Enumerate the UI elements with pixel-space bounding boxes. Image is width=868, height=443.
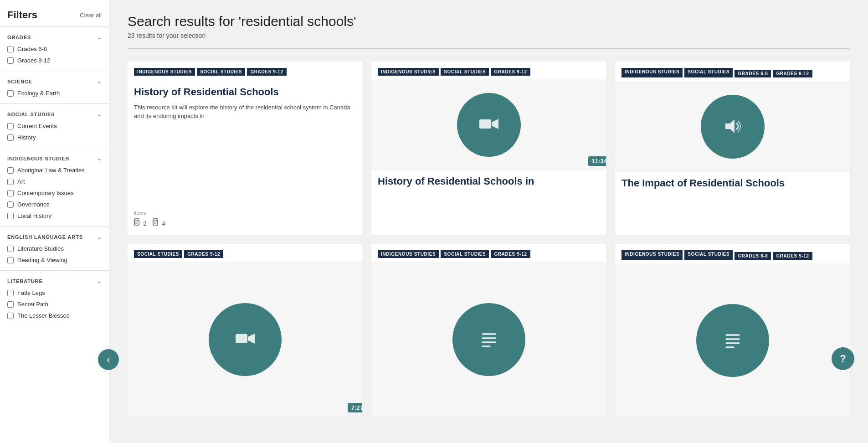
- results-grid: INDIGENOUS STUDIES SOCIAL STUDIES GRADES…: [128, 62, 850, 417]
- science-section-header[interactable]: SCIENCE ⌄: [7, 76, 102, 88]
- current-events-label[interactable]: Current Events: [17, 123, 57, 129]
- help-question-icon: ?: [840, 353, 846, 365]
- secret-path-checkbox[interactable]: [7, 301, 14, 308]
- filter-item-art: Art: [7, 176, 102, 187]
- social-studies-section-header[interactable]: SOCIAL STUDIES ⌄: [7, 108, 102, 120]
- reading-viewing-checkbox[interactable]: [7, 257, 14, 263]
- card-2-duration: 11:34: [588, 156, 606, 166]
- card-1-stat-1: 2: [134, 218, 146, 228]
- governance-label[interactable]: Governance: [17, 201, 50, 208]
- card-3-tag-social: SOCIAL STUDIES: [684, 68, 733, 77]
- clear-all-link[interactable]: Clear all: [80, 12, 102, 19]
- english-language-arts-chevron-icon: ⌄: [97, 234, 102, 240]
- card-history-residential-schools-video[interactable]: INDIGENOUS STUDIES SOCIAL STUDIES GRADES…: [371, 62, 606, 235]
- filter-item-lesser-blessed: The Lesser Blessed: [7, 310, 102, 321]
- back-arrow-icon: ‹: [107, 354, 110, 365]
- science-label: SCIENCE: [7, 79, 32, 84]
- card-2-tag-indigenous: INDIGENOUS STUDIES: [378, 68, 439, 76]
- filter-section-grades: GRADES ⌄ Grades 6-8 Grades 9-12: [0, 26, 109, 71]
- card-5-tag-indigenous: INDIGENOUS STUDIES: [378, 250, 439, 258]
- filter-item-grades-9-12: Grades 9-12: [7, 55, 102, 66]
- card-3-media: [615, 81, 850, 172]
- card-4-media-circle: [209, 303, 282, 376]
- card-impact-residential-schools[interactable]: INDIGENOUS STUDIES SOCIAL STUDIES GRADES…: [615, 62, 850, 235]
- science-chevron-icon: ⌄: [97, 78, 102, 85]
- grades-label: GRADES: [7, 35, 31, 40]
- card-5[interactable]: INDIGENOUS STUDIES SOCIAL STUDIES GRADES…: [371, 244, 606, 417]
- card-3-tag-indigenous: INDIGENOUS STUDIES: [621, 68, 683, 77]
- search-heading: Search results for 'residential schools': [128, 14, 850, 29]
- grades-9-12-checkbox[interactable]: [7, 57, 14, 64]
- current-events-checkbox[interactable]: [7, 123, 14, 129]
- social-studies-chevron-icon: ⌄: [97, 111, 102, 118]
- tag-indigenous-studies: INDIGENOUS STUDIES: [134, 68, 195, 76]
- card-5-tags: INDIGENOUS STUDIES SOCIAL STUDIES GRADES…: [371, 244, 606, 262]
- reading-viewing-label[interactable]: Reading & Viewing: [17, 257, 67, 263]
- grades-9-12-label[interactable]: Grades 9-12: [17, 57, 50, 64]
- help-button[interactable]: ?: [832, 347, 854, 370]
- card-history-residential-schools[interactable]: INDIGENOUS STUDIES SOCIAL STUDIES GRADES…: [128, 62, 362, 235]
- card-4-tag-social: SOCIAL STUDIES: [134, 250, 182, 258]
- filter-section-social-studies: SOCIAL STUDIES ⌄ Current Events History: [0, 103, 109, 148]
- aboriginal-law-label[interactable]: Aboriginal Law & Treaties: [17, 167, 84, 174]
- card-1-body: History of Residential Schools This reso…: [128, 79, 362, 235]
- history-checkbox[interactable]: [7, 134, 14, 141]
- results-count: 23 results for your selection: [128, 32, 850, 39]
- secret-path-label[interactable]: Secret Path: [17, 301, 48, 308]
- indigenous-studies-section-header[interactable]: INDIGENOUS STUDIES ⌄: [7, 153, 102, 165]
- filter-item-local-history: Local History: [7, 210, 102, 222]
- card-6[interactable]: INDIGENOUS STUDIES SOCIAL STUDIES GRADES…: [615, 244, 850, 417]
- filter-item-governance: Governance: [7, 199, 102, 210]
- local-history-label[interactable]: Local History: [17, 212, 51, 219]
- grades-6-8-checkbox[interactable]: [7, 46, 14, 52]
- svg-marker-4: [725, 119, 734, 133]
- indigenous-studies-chevron-icon: ⌄: [97, 155, 102, 162]
- card-6-tags: INDIGENOUS STUDIES SOCIAL STUDIES GRADES…: [615, 244, 850, 263]
- art-label[interactable]: Art: [17, 178, 25, 185]
- history-label[interactable]: History: [17, 134, 36, 141]
- fatty-legs-label[interactable]: Fatty Legs: [17, 289, 45, 296]
- literature-studies-label[interactable]: Literature Studies: [17, 245, 64, 252]
- grades-6-8-label[interactable]: Grades 6-8: [17, 46, 47, 52]
- contemporary-issues-label[interactable]: Contemporary Issues: [17, 190, 74, 196]
- filter-section-indigenous-studies: INDIGENOUS STUDIES ⌄ Aboriginal Law & Tr…: [0, 148, 109, 226]
- card-4[interactable]: SOCIAL STUDIES GRADES 9-12 7:27: [128, 244, 362, 417]
- ecology-earth-label[interactable]: Ecology & Earth: [17, 90, 60, 97]
- card-3-title: The Impact of Residential Schools: [621, 177, 843, 190]
- contemporary-issues-checkbox[interactable]: [7, 190, 14, 196]
- back-button[interactable]: ‹: [98, 349, 119, 370]
- filter-item-reading-viewing: Reading & Viewing: [7, 254, 102, 266]
- video-camera-icon: [479, 118, 499, 132]
- filter-section-science: SCIENCE ⌄ Ecology & Earth: [0, 71, 109, 103]
- card-3-tag-grade-9-12: GRADES 9-12: [773, 70, 812, 77]
- lesser-blessed-checkbox[interactable]: [7, 313, 14, 319]
- card-1-tags: INDIGENOUS STUDIES SOCIAL STUDIES GRADES…: [128, 62, 362, 79]
- filter-item-contemporary-issues: Contemporary Issues: [7, 187, 102, 199]
- literature-section-header[interactable]: LITERATURE ⌄: [7, 275, 102, 287]
- local-history-checkbox[interactable]: [7, 213, 14, 219]
- card-3-body: The Impact of Residential Schools: [615, 172, 850, 235]
- social-studies-label: SOCIAL STUDIES: [7, 112, 55, 117]
- svg-marker-3: [492, 119, 498, 129]
- literature-chevron-icon: ⌄: [97, 278, 102, 284]
- card-1-doc2-icon: [153, 218, 160, 228]
- card-1-stats: 2 4: [134, 218, 356, 228]
- card-5-media: [371, 262, 606, 417]
- document-lines-icon: [479, 330, 499, 349]
- grades-section-header[interactable]: GRADES ⌄: [7, 31, 102, 43]
- card-6-tag-grade-6-8: GRADES 6-8: [734, 252, 771, 260]
- svg-marker-6: [248, 334, 255, 344]
- card-6-media-circle: [696, 304, 769, 377]
- english-language-arts-section-header[interactable]: ENGLISH LANGUAGE ARTS ⌄: [7, 231, 102, 243]
- literature-studies-checkbox[interactable]: [7, 246, 14, 252]
- ecology-earth-checkbox[interactable]: [7, 90, 14, 97]
- lesser-blessed-label[interactable]: The Lesser Blessed: [17, 312, 70, 319]
- governance-checkbox[interactable]: [7, 201, 14, 208]
- card-2-body: History of Residential Schools in: [371, 170, 606, 235]
- card-2-tags: INDIGENOUS STUDIES SOCIAL STUDIES GRADES…: [371, 62, 606, 79]
- fatty-legs-checkbox[interactable]: [7, 290, 14, 296]
- art-checkbox[interactable]: [7, 179, 14, 185]
- aboriginal-law-checkbox[interactable]: [7, 167, 14, 174]
- indigenous-studies-label: INDIGENOUS STUDIES: [7, 156, 69, 161]
- card-5-tag-social: SOCIAL STUDIES: [441, 250, 489, 258]
